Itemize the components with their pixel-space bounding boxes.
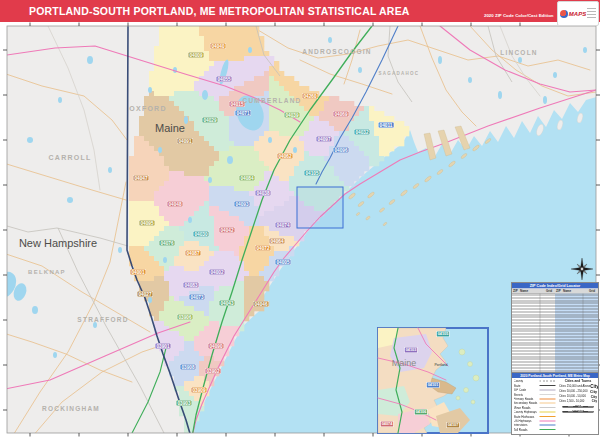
legend-city-label: Cities 50,000 - 250,000: [559, 390, 587, 393]
edition-label: 2020 ZIP Code Color/Cast Edition: [484, 13, 554, 18]
legend-item-label: State Highways: [514, 415, 540, 418]
index-col-name-4: Name: [562, 289, 588, 294]
map-page: PORTLAND-SOUTH PORTLAND, ME METROPOLITAN…: [0, 0, 600, 437]
legend-item-label: Primary Roads: [514, 397, 540, 400]
legend-item-swatch: [540, 385, 556, 386]
zip-index-list-by-code: [555, 294, 598, 374]
legend-item-label: Secondary Roads: [514, 402, 540, 405]
globe-icon: [560, 10, 568, 18]
index-col-grid-5: Grid: [588, 289, 598, 294]
legend-item-swatch: [540, 425, 556, 426]
legend-city-sample: City: [592, 400, 597, 403]
index-col-grid-2: Grid: [545, 289, 555, 294]
logo-text-lines: [587, 8, 596, 20]
legend-item-swatch: [540, 411, 556, 412]
header: PORTLAND-SOUTH PORTLAND, ME METROPOLITAN…: [0, 0, 600, 22]
legend-item-label: ZIP Code: [514, 388, 540, 391]
map-title: PORTLAND-SOUTH PORTLAND, ME METROPOLITAN…: [29, 5, 410, 17]
zip-index-list-by-name: [512, 294, 555, 374]
zip-index-panel: ZIP Code Index/Grid Locator ZIPNameGridZ…: [511, 282, 599, 374]
legend-city-label: Cities 250,000 and Above: [559, 385, 590, 388]
legend-item-swatch: [540, 407, 556, 408]
inset-indicator-rect: [297, 187, 343, 228]
publisher-logo: MAPS: [557, 1, 599, 26]
legend-item-swatch: [540, 420, 556, 421]
index-col-name-1: Name: [519, 289, 545, 294]
legend-city-sample: City: [591, 394, 597, 398]
index-col-zip-0: ZIP: [512, 289, 519, 294]
legend-panel: 2020 Portland-South Portland, ME Metro M…: [511, 372, 599, 435]
legend-item-label: Interstates: [514, 424, 540, 427]
scale-bar-kilometers: Kilometers: [559, 409, 597, 414]
legend-item-swatch: [540, 381, 556, 382]
map-canvas: [0, 0, 600, 437]
legend-item-label: County: [514, 380, 540, 383]
legend-item-swatch: [540, 403, 556, 404]
maps-logo-text: MAPS: [569, 11, 586, 17]
legend-city-sample: City: [590, 389, 597, 394]
legend-item-label: Toll Roads: [514, 428, 540, 431]
legend-item-label: Minor Roads: [514, 406, 540, 409]
legend-item-label: US Highways: [514, 419, 540, 422]
scale-km-ruler: [563, 411, 594, 413]
legend-item-swatch: [540, 416, 556, 417]
legend-item-label: County Highways: [514, 410, 540, 413]
legend-city-label: Cities 10,000 - 50,000: [559, 395, 586, 398]
legend-road-items: CountyStateZIP CodeStreetsPrimary RoadsS…: [512, 378, 558, 432]
legend-city-items: Cities 250,000 and AboveCityCities 50,00…: [559, 384, 597, 404]
legend-item-swatch: [540, 398, 556, 399]
legend-city-sample: City: [590, 384, 599, 389]
legend-item-toll-roads: Toll Roads: [514, 427, 559, 431]
legend-item-swatch: [540, 389, 556, 390]
legend-item-label: State: [514, 384, 540, 387]
index-col-zip-3: ZIP: [555, 289, 562, 294]
legend-item-label: Streets: [514, 393, 540, 396]
legend-item-swatch: [540, 394, 556, 395]
inset-map: [378, 328, 488, 433]
legend-item-swatch: [540, 429, 556, 430]
